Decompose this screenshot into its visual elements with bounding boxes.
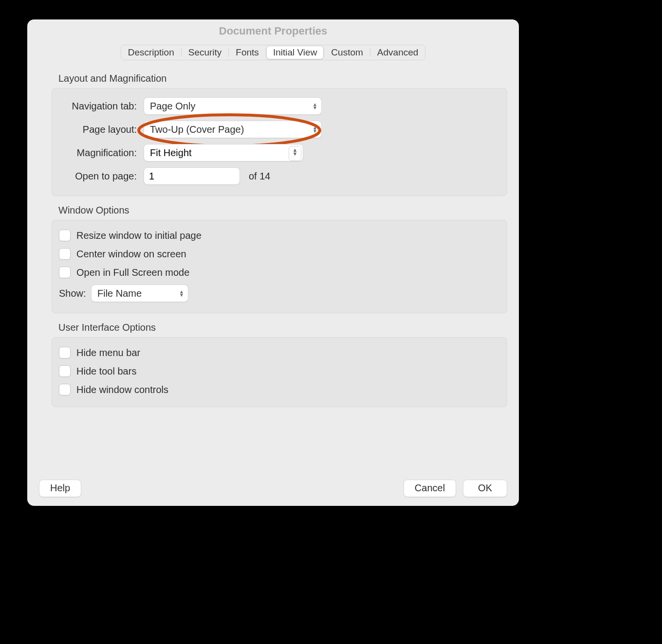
checkbox-hide-menubar[interactable] [59,347,71,358]
label-show: Show: [59,288,91,299]
tab-initial-view[interactable]: Initial View [266,46,324,59]
section-title-layout-mag: Layout and Magnification [58,73,519,84]
label-hide-toolbars: Hide tool bars [76,366,136,377]
select-navigation-tab-value: Page Only [150,101,195,111]
label-page-layout: Page layout: [59,124,144,135]
panel-window-options: Resize window to initial page Center win… [52,220,507,313]
select-show[interactable]: File Name ▲▼ [91,285,188,302]
input-open-to-page[interactable] [144,167,240,185]
help-button[interactable]: Help [39,480,81,497]
select-page-layout[interactable]: Two-Up (Cover Page) ▲▼ [144,121,322,138]
checkbox-center-window[interactable] [59,248,71,260]
panel-ui-options: Hide menu bar Hide tool bars Hide window… [52,337,507,407]
label-fullscreen: Open in Full Screen mode [76,267,189,278]
label-open-to-page: Open to page: [59,171,144,182]
tab-advanced[interactable]: Advanced [370,46,425,59]
tab-fonts[interactable]: Fonts [229,46,266,59]
tab-custom[interactable]: Custom [324,46,369,59]
checkbox-hide-window-controls[interactable] [59,384,71,395]
input-magnification[interactable] [144,144,303,161]
section-title-ui-options: User Interface Options [58,322,519,333]
document-properties-window: Document Properties Description Security… [27,19,519,506]
combo-magnification[interactable]: ▲▼ [144,144,303,161]
checkbox-hide-toolbars[interactable] [59,365,71,377]
cancel-button[interactable]: Cancel [404,480,456,497]
label-navigation-tab: Navigation tab: [59,101,144,112]
label-hide-window-controls: Hide window controls [76,384,168,395]
select-show-value: File Name [97,288,142,299]
updown-icon: ▲▼ [313,103,317,109]
window-title: Document Properties [27,19,519,43]
ok-button[interactable]: OK [463,480,507,497]
tab-security[interactable]: Security [182,46,229,59]
checkbox-resize-window[interactable] [59,230,71,241]
tab-bar: Description Security Fonts Initial View … [121,45,426,60]
select-navigation-tab[interactable]: Page Only ▲▼ [144,97,322,115]
label-hide-menubar: Hide menu bar [76,347,140,358]
tab-description[interactable]: Description [121,46,181,59]
label-resize-window: Resize window to initial page [76,230,202,241]
label-center-window: Center window on screen [76,249,186,260]
checkbox-fullscreen[interactable] [59,267,71,278]
updown-icon: ▲▼ [313,126,317,133]
select-page-layout-value: Two-Up (Cover Page) [150,124,244,135]
label-page-count: of 14 [249,171,270,182]
label-magnification: Magnification: [59,147,144,159]
combo-dropdown-button[interactable]: ▲▼ [289,146,301,161]
panel-layout-mag: Navigation tab: Page Only ▲▼ Page layout… [52,88,507,196]
updown-icon: ▲▼ [179,290,184,297]
section-title-window-options: Window Options [58,205,519,216]
